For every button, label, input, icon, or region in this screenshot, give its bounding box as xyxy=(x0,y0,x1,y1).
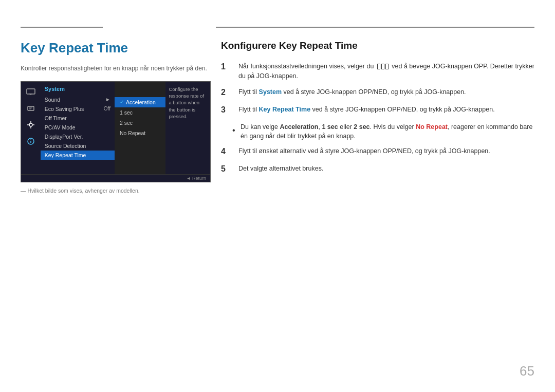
step-3-text: Flytt til Key Repeat Time ved å styre JO… xyxy=(238,105,495,116)
jog-icon xyxy=(377,64,388,69)
step-2-number: 2 xyxy=(221,86,232,99)
page-title: Key Repeat Time xyxy=(21,40,211,56)
monitor-screenshot: System Sound ► Eco Saving Plus Off Off T… xyxy=(21,81,211,182)
bullet-1sec: 1 sec xyxy=(322,123,338,130)
menu-item-displayport: DisplayPort Ver. xyxy=(41,132,115,141)
bullet-item: • Du kan velge Acceleration, 1 sec eller… xyxy=(232,122,534,142)
menu-item-eco: Eco Saving Plus Off xyxy=(41,104,115,114)
step-5: 5 Det valgte alternativet brukes. xyxy=(221,164,534,175)
menu-item-keyrepeat-label: Key Repeat Time xyxy=(45,152,86,158)
submenu-item-acceleration: ✓ Acceleration xyxy=(115,97,165,107)
submenu-item-norepeat: No Repeat xyxy=(115,128,165,138)
step-3-keyrepeat: Key Repeat Time xyxy=(259,106,311,113)
page-number: 65 xyxy=(520,363,534,379)
monitor-icon-info xyxy=(26,136,36,146)
monitor-icon-display xyxy=(26,87,36,97)
step-2-text: Flytt til System ved å styre JOG-knappen… xyxy=(238,87,466,99)
submenu-1sec-label: 1 sec xyxy=(120,109,133,116)
menu-item-sourcedetect-label: Source Detection xyxy=(45,143,86,149)
svg-rect-0 xyxy=(27,89,35,94)
bullet-text: Du kan velge Acceleration, 1 sec eller 2… xyxy=(240,122,534,142)
bullet-acceleration: Acceleration xyxy=(280,123,318,130)
monitor-submenu: ✓ Acceleration 1 sec 2 sec No Repeat xyxy=(115,82,165,174)
step-3-number: 3 xyxy=(221,104,232,116)
step-1-text: Når funksjonsstastveiledningen vises, ve… xyxy=(238,62,534,81)
submenu-acceleration-label: Acceleration xyxy=(126,99,156,105)
monitor-return: ◄ Return xyxy=(21,174,210,182)
bullet-norepeat: No Repeat xyxy=(416,123,448,130)
step-1-number: 1 xyxy=(221,61,232,81)
monitor-icon-settings xyxy=(26,120,36,130)
menu-item-offtimer: Off Timer xyxy=(41,114,115,123)
step-2: 2 Flytt til System ved å styre JOG-knapp… xyxy=(221,87,534,99)
step-5-number: 5 xyxy=(221,163,232,175)
top-rule-left xyxy=(21,27,103,28)
bullet-2sec: 2 sec xyxy=(354,123,369,130)
submenu-item-1sec: 1 sec xyxy=(115,107,165,118)
svg-rect-3 xyxy=(28,106,34,110)
svg-point-13 xyxy=(30,139,31,140)
menu-item-pcav: PC/AV Mode xyxy=(41,123,115,132)
menu-item-eco-label: Eco Saving Plus xyxy=(45,106,84,112)
monitor-sidebar xyxy=(21,82,41,174)
menu-item-sound: Sound ► xyxy=(41,95,115,104)
monitor-info-text: Configure the response rate of a button … xyxy=(169,86,204,119)
step-1: 1 Når funksjonsstastveiledningen vises, … xyxy=(221,62,534,81)
top-rule-right xyxy=(216,27,534,28)
step-2-system: System xyxy=(259,88,282,96)
menu-item-sound-value: ► xyxy=(105,97,110,102)
left-column: Key Repeat Time Kontroller responshastig… xyxy=(21,31,211,194)
menu-item-pcav-label: PC/AV Mode xyxy=(45,124,76,130)
step-4-text: Flytt til ønsket alternativ ved å styre … xyxy=(238,146,490,158)
submenu-check-icon: ✓ xyxy=(120,99,124,105)
bullet-dot: • xyxy=(232,124,236,142)
section-title: Konfigurere Key Repeat Time xyxy=(221,40,534,51)
submenu-norepeat-label: No Repeat xyxy=(120,130,145,136)
monitor-icon-brightness xyxy=(26,103,36,114)
menu-item-offtimer-label: Off Timer xyxy=(45,115,67,121)
step-4-number: 4 xyxy=(221,145,232,158)
submenu-item-2sec: 2 sec xyxy=(115,118,165,128)
svg-point-6 xyxy=(29,123,32,126)
menu-item-keyrepeat: Key Repeat Time xyxy=(41,151,115,160)
step-4: 4 Flytt til ønsket alternativ ved å styr… xyxy=(221,146,534,158)
menu-item-displayport-label: DisplayPort Ver. xyxy=(45,134,83,140)
page-container: Key Repeat Time Kontroller responshastig… xyxy=(0,0,555,392)
monitor-menu: System Sound ► Eco Saving Plus Off Off T… xyxy=(41,82,115,174)
right-column: Konfigurere Key Repeat Time 1 Når funksj… xyxy=(221,31,534,181)
menu-header: System xyxy=(41,84,115,94)
menu-item-sound-label: Sound xyxy=(45,97,60,103)
submenu-2sec-label: 2 sec xyxy=(120,120,133,126)
menu-item-sourcedetect: Source Detection xyxy=(41,141,115,151)
subtitle-text: Kontroller responshastigheten for en kna… xyxy=(21,64,211,73)
monitor-return-text: ◄ Return xyxy=(187,176,206,181)
step-3: 3 Flytt til Key Repeat Time ved å styre … xyxy=(221,105,534,116)
monitor-info: Configure the response rate of a button … xyxy=(165,82,210,174)
menu-item-eco-value: Off xyxy=(104,106,110,111)
step-5-text: Det valgte alternativet brukes. xyxy=(238,164,323,175)
note-text: ― Hvilket bilde som vises, avhenger av m… xyxy=(21,188,211,194)
